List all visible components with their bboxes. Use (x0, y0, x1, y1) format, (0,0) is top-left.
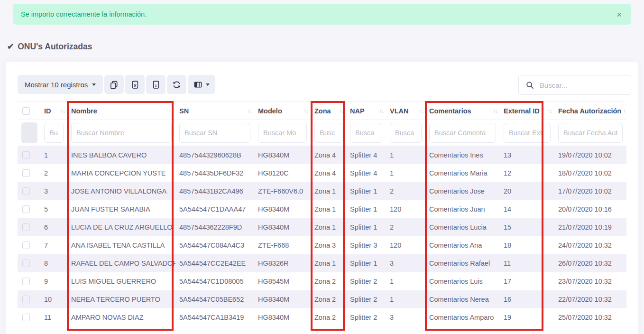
filter-modelo-input[interactable] (258, 123, 307, 143)
column-header-modelo[interactable]: Modelo↑↓ (254, 102, 311, 120)
sort-icon[interactable]: ↑↓ (338, 108, 344, 114)
cell-fecha: 21/07/2020 10:19 (554, 218, 626, 236)
chevron-down-icon (206, 84, 210, 86)
filter-id-input[interactable] (44, 123, 64, 143)
search-input[interactable] (540, 81, 631, 89)
column-header-vlan[interactable]: VLAN↑↓ (386, 102, 425, 120)
table-row: 7ANA ISABEL TENA CASTILLA5A544547C084A4C… (18, 236, 626, 254)
cell-zona: Zona 2 (311, 308, 346, 326)
column-header-label: VLAN (390, 107, 408, 115)
column-header-fecha[interactable]: Fecha Autorización↑↓ (554, 102, 626, 120)
cell-fecha: 20/07/2020 10:16 (554, 200, 626, 218)
select-all-checkbox[interactable] (22, 107, 30, 115)
row-checkbox[interactable] (22, 151, 30, 159)
cell-modelo: HG8340M (254, 218, 311, 236)
filter-nombre-input[interactable] (71, 123, 172, 143)
filter-comentarios-input[interactable] (429, 123, 496, 143)
sort-icon[interactable]: ↑↓ (59, 108, 65, 114)
row-checkbox[interactable] (22, 260, 30, 267)
excel-export-button[interactable] (125, 75, 145, 94)
file-export-icon (152, 80, 160, 89)
cell-vlan: 3 (386, 308, 425, 326)
cell-id: 2 (40, 164, 67, 182)
file-export-button[interactable] (146, 75, 166, 94)
cell-nap: Splitter 4 (346, 164, 386, 182)
cell-external_id: 19 (500, 308, 554, 326)
sort-icon[interactable]: ↑↓ (167, 108, 174, 114)
search-icon (526, 81, 534, 89)
column-header-label: Zona (314, 107, 331, 115)
column-header-zona[interactable]: Zona↑↓ (311, 102, 346, 120)
copy-button[interactable] (104, 75, 124, 94)
cell-zona: Zona 2 (311, 290, 346, 308)
length-menu-button[interactable]: Mostrar 10 registros (18, 75, 103, 94)
cell-nombre: AMPARO NOVAS DIAZ (67, 308, 175, 326)
filter-nap-input[interactable] (350, 123, 382, 143)
column-header-nombre[interactable]: Nombre↑↓ (67, 102, 175, 120)
sort-icon[interactable]: ↑↓ (302, 108, 309, 114)
cell-select (18, 218, 40, 236)
cell-fecha: 26/07/2020 10:32 (554, 254, 626, 272)
cell-fecha: 22/07/2020 10:32 (554, 290, 626, 308)
filter-external_id-input[interactable] (504, 123, 551, 143)
table-row: 8RAFAEL DEL CAMPO SALVADOR5A544547CC2E42… (18, 254, 626, 272)
table-row: 6LUCIA DE LA CRUZ ARGUELLO4857544362228F… (18, 218, 626, 236)
cell-external_id: 14 (500, 200, 554, 218)
row-checkbox[interactable] (22, 187, 30, 195)
sort-icon[interactable]: ↑↓ (491, 108, 498, 114)
column-header-external_id[interactable]: External ID↑↓ (500, 102, 554, 120)
cell-sn: 5A544547C05BE652 (175, 290, 254, 308)
row-checkbox[interactable] (22, 205, 30, 213)
refresh-button[interactable] (167, 75, 186, 94)
close-icon[interactable]: × (616, 10, 622, 19)
row-checkbox[interactable] (22, 169, 30, 177)
cell-nap: Splitter 2 (346, 272, 386, 290)
filter-fecha-input[interactable] (558, 123, 623, 143)
column-header-label: Nombre (71, 107, 97, 115)
filter-vlan-input[interactable] (390, 123, 422, 143)
row-checkbox[interactable] (22, 314, 30, 321)
cell-comentarios: Comentarios Lucia (425, 218, 500, 236)
cell-zona: Zona 4 (311, 164, 346, 182)
sort-icon[interactable]: ↑↓ (621, 108, 626, 114)
row-checkbox[interactable] (22, 223, 30, 231)
column-header-nap[interactable]: NAP↑↓ (346, 102, 386, 120)
column-header-comentarios[interactable]: Comentarios↑↓ (425, 102, 500, 120)
sort-icon[interactable]: ↑↓ (546, 108, 552, 114)
cell-select (18, 272, 40, 290)
sort-icon[interactable]: ↑↓ (417, 108, 423, 114)
cell-vlan: 2 (386, 218, 425, 236)
column-visibility-button[interactable] (188, 75, 215, 94)
check-icon: ✔ (7, 42, 14, 52)
cell-fecha: 24/07/2020 10:32 (554, 236, 626, 254)
sort-icon[interactable]: ↑↓ (377, 108, 384, 114)
cell-fecha: 25/07/2020 10:32 (554, 308, 626, 326)
column-header-id[interactable]: ID↑↓ (40, 102, 67, 120)
sort-icon[interactable]: ↑↓ (246, 108, 252, 114)
filter-cell-select (18, 120, 40, 146)
cell-comentarios: Comentarios Nerea (425, 290, 500, 308)
copy-icon (110, 80, 119, 89)
cell-fecha: 17/07/2020 10:02 (554, 182, 626, 200)
cell-vlan: 2 (386, 182, 425, 200)
column-header-label: Comentarios (429, 107, 471, 115)
cell-fecha: 19/07/2020 10:02 (554, 146, 626, 164)
filter-zona-input[interactable] (314, 123, 342, 143)
table-toolbar: Mostrar 10 registros (18, 75, 215, 94)
cell-nap: Splitter 4 (346, 146, 386, 164)
cell-sn: 485754435DF6DF32 (175, 164, 254, 182)
column-header-sn[interactable]: SN↑↓ (175, 102, 254, 120)
cell-sn: 5A544547C1D08005 (175, 272, 254, 290)
cell-vlan: 120 (386, 236, 425, 254)
cell-fecha: 18/07/2020 10:02 (554, 164, 626, 182)
filter-sn-input[interactable] (179, 123, 250, 143)
row-checkbox[interactable] (22, 278, 30, 285)
row-checkbox[interactable] (22, 241, 30, 249)
cell-zona: Zona 2 (311, 272, 346, 290)
cell-nap: Splitter 1 (346, 182, 386, 200)
cell-nombre: JOSE ANTONIO VILLALONGA (67, 182, 175, 200)
row-checkbox[interactable] (22, 296, 30, 303)
cell-external_id: 16 (500, 290, 554, 308)
cell-nap: Splitter 1 (346, 200, 386, 218)
filter-cell-external_id (500, 120, 554, 146)
